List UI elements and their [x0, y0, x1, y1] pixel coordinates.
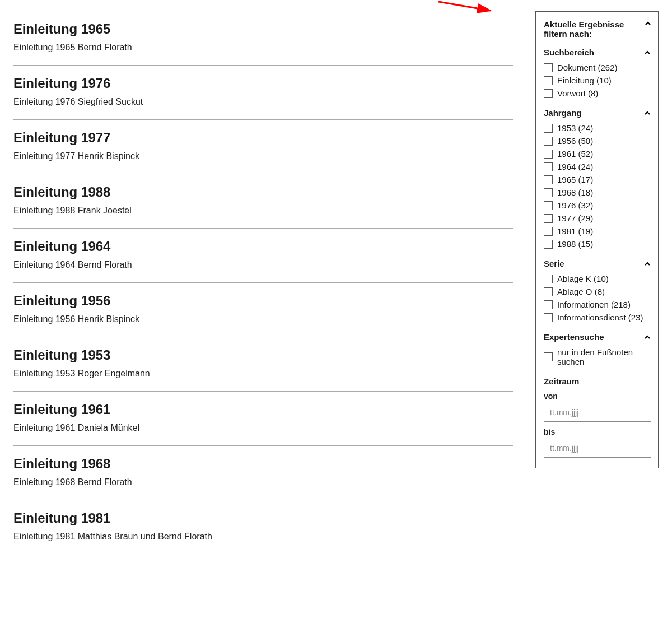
date-from-label: von — [544, 392, 651, 401]
result-description: Einleitung 1956 Henrik Bispinck — [13, 314, 513, 324]
result-description: Einleitung 1961 Daniela Münkel — [13, 423, 513, 433]
filter-section-label: Serie — [544, 259, 564, 268]
checkbox-icon[interactable] — [544, 201, 553, 210]
filter-panel-header[interactable]: Aktuelle Ergebnisse filtern nach: — [544, 20, 651, 39]
filter-section-suchbereich: Suchbereich Dokument (262)Einleitung (10… — [544, 48, 651, 98]
filter-panel: Aktuelle Ergebnisse filtern nach: Suchbe… — [535, 11, 659, 468]
filter-section-toggle[interactable]: Suchbereich — [544, 48, 651, 57]
filter-option[interactable]: Dokument (262) — [544, 63, 651, 72]
checkbox-icon[interactable] — [544, 63, 553, 72]
date-from-input[interactable] — [544, 403, 651, 422]
filter-option-label: 1988 (15) — [557, 239, 593, 249]
search-result-item[interactable]: Einleitung 1961Einleitung 1961 Daniela M… — [13, 391, 513, 445]
filter-option-label: Dokument (262) — [557, 63, 618, 72]
filter-option-label: nur in den Fußnoten suchen — [557, 347, 651, 366]
filter-section-toggle[interactable]: Expertensuche — [544, 332, 651, 342]
filter-option-label: 1964 (24) — [557, 162, 593, 171]
checkbox-icon[interactable] — [544, 188, 553, 197]
chevron-up-icon — [643, 260, 651, 268]
search-result-item[interactable]: Einleitung 1988Einleitung 1988 Frank Joe… — [13, 174, 513, 228]
filter-section-zeitraum: Zeitraum von bis — [544, 376, 651, 458]
filter-option[interactable]: 1981 (19) — [544, 226, 651, 236]
search-result-item[interactable]: Einleitung 1968Einleitung 1968 Bernd Flo… — [13, 445, 513, 500]
result-description: Einleitung 1968 Bernd Florath — [13, 477, 513, 487]
filter-option[interactable]: 1976 (32) — [544, 201, 651, 210]
filter-section-label-static: Zeitraum — [544, 376, 651, 386]
filter-section-serie: Serie Ablage K (10)Ablage O (8)Informati… — [544, 259, 651, 322]
date-to-input[interactable] — [544, 439, 651, 458]
filter-option[interactable]: Informationen (218) — [544, 300, 651, 309]
filter-option[interactable]: 1988 (15) — [544, 239, 651, 249]
checkbox-icon[interactable] — [544, 76, 553, 85]
result-title: Einleitung 1953 — [13, 347, 513, 363]
checkbox-icon[interactable] — [544, 313, 553, 322]
result-description: Einleitung 1953 Roger Engelmann — [13, 369, 513, 379]
result-title: Einleitung 1981 — [13, 510, 513, 526]
filter-option-label: 1977 (29) — [557, 213, 593, 223]
result-description: Einleitung 1981 Matthias Braun und Bernd… — [13, 532, 513, 542]
result-description: Einleitung 1988 Frank Joestel — [13, 206, 513, 216]
filter-section-toggle[interactable]: Jahrgang — [544, 108, 651, 118]
filter-section-toggle[interactable]: Serie — [544, 259, 651, 268]
checkbox-icon[interactable] — [544, 287, 553, 296]
search-result-item[interactable]: Einleitung 1976Einleitung 1976 Siegfried… — [13, 65, 513, 119]
filter-option[interactable]: 1961 (52) — [544, 149, 651, 159]
filter-option[interactable]: 1968 (18) — [544, 188, 651, 197]
filter-option[interactable]: Einleitung (10) — [544, 76, 651, 85]
filter-option[interactable]: Ablage K (10) — [544, 274, 651, 283]
chevron-up-icon — [643, 333, 651, 341]
search-result-item[interactable]: Einleitung 1964Einleitung 1964 Bernd Flo… — [13, 228, 513, 282]
search-result-item[interactable]: Einleitung 1953Einleitung 1953 Roger Eng… — [13, 337, 513, 391]
filter-option[interactable]: 1964 (24) — [544, 162, 651, 171]
filter-section-jahrgang: Jahrgang 1953 (24)1956 (50)1961 (52)1964… — [544, 108, 651, 249]
checkbox-icon[interactable] — [544, 227, 553, 236]
filter-option-label: 1968 (18) — [557, 188, 593, 197]
result-description: Einleitung 1965 Bernd Florath — [13, 43, 513, 53]
filter-option[interactable]: 1965 (17) — [544, 175, 651, 184]
filter-option-label: Informationsdienst (23) — [557, 313, 643, 322]
filter-section-label: Expertensuche — [544, 332, 604, 342]
chevron-up-icon — [645, 20, 651, 27]
search-result-item[interactable]: Einleitung 1965Einleitung 1965 Bernd Flo… — [13, 11, 513, 65]
result-title: Einleitung 1976 — [13, 76, 513, 91]
chevron-up-icon — [643, 49, 651, 57]
search-results-list: Einleitung 1965Einleitung 1965 Bernd Flo… — [13, 11, 513, 554]
checkbox-icon[interactable] — [544, 124, 553, 133]
filter-option[interactable]: 1956 (50) — [544, 136, 651, 146]
filter-option[interactable]: Vorwort (8) — [544, 89, 651, 98]
checkbox-icon[interactable] — [544, 300, 553, 309]
checkbox-icon[interactable] — [544, 352, 553, 361]
search-result-item[interactable]: Einleitung 1956Einleitung 1956 Henrik Bi… — [13, 282, 513, 337]
filter-section-label: Jahrgang — [544, 108, 582, 118]
filter-option-label: 1981 (19) — [557, 226, 593, 236]
filter-option-label: Informationen (218) — [557, 300, 631, 309]
search-result-item[interactable]: Einleitung 1977Einleitung 1977 Henrik Bi… — [13, 119, 513, 174]
svg-line-0 — [438, 2, 491, 11]
filter-option-label: Ablage K (10) — [557, 274, 609, 283]
result-title: Einleitung 1961 — [13, 402, 513, 417]
checkbox-icon[interactable] — [544, 89, 553, 98]
search-result-item[interactable]: Einleitung 1981Einleitung 1981 Matthias … — [13, 500, 513, 554]
filter-option[interactable]: Ablage O (8) — [544, 287, 651, 296]
filter-section-expertensuche: Expertensuche nur in den Fußnoten suchen — [544, 332, 651, 366]
filter-option-label: 1961 (52) — [557, 149, 593, 159]
checkbox-icon[interactable] — [544, 240, 553, 249]
filter-option[interactable]: 1977 (29) — [544, 213, 651, 223]
filter-option[interactable]: 1953 (24) — [544, 123, 651, 133]
filter-option-label: Einleitung (10) — [557, 76, 612, 85]
result-description: Einleitung 1964 Bernd Florath — [13, 260, 513, 270]
date-to-label: bis — [544, 427, 651, 436]
result-title: Einleitung 1956 — [13, 293, 513, 309]
checkbox-icon[interactable] — [544, 162, 553, 171]
checkbox-icon[interactable] — [544, 275, 553, 283]
checkbox-icon[interactable] — [544, 150, 553, 159]
result-title: Einleitung 1964 — [13, 239, 513, 254]
checkbox-icon[interactable] — [544, 214, 553, 223]
checkbox-icon[interactable] — [544, 137, 553, 146]
checkbox-icon[interactable] — [544, 175, 553, 184]
filter-option[interactable]: Informationsdienst (23) — [544, 313, 651, 322]
filter-option[interactable]: nur in den Fußnoten suchen — [544, 347, 651, 366]
result-title: Einleitung 1988 — [13, 184, 513, 200]
result-description: Einleitung 1977 Henrik Bispinck — [13, 151, 513, 161]
filter-panel-title: Aktuelle Ergebnisse filtern nach: — [544, 20, 645, 39]
